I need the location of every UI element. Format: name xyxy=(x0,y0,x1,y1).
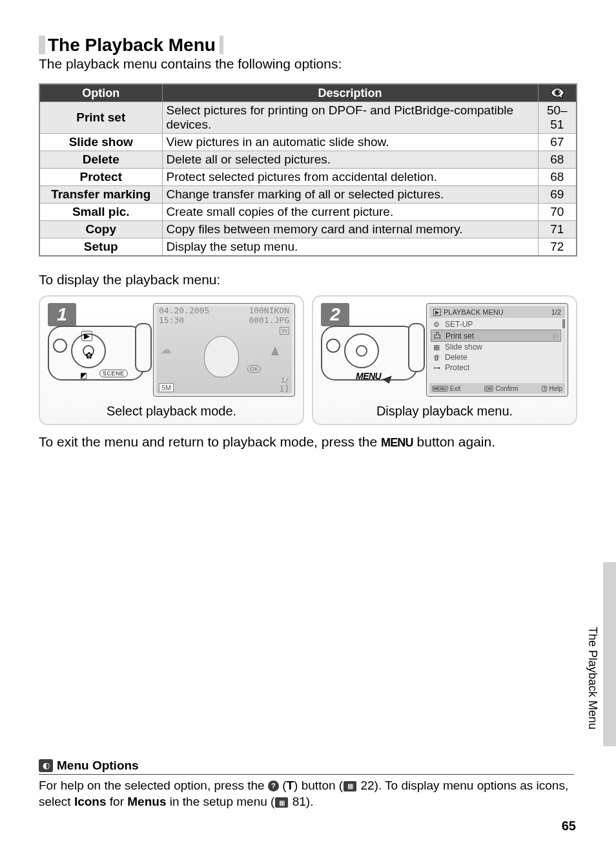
side-tab xyxy=(603,562,616,746)
option-cell: Setup xyxy=(39,238,162,257)
description-cell: Select pictures for printing on DPOF- an… xyxy=(162,102,538,134)
lcd-screen-1: ☁ 04.20.2005 15:30 100NIKON 0001.JPG IN … xyxy=(153,303,295,397)
step-2-caption: Display playback menu. xyxy=(321,404,568,419)
help-button-icon: ? xyxy=(268,781,279,791)
col-page-icon: 👁‍🗨 xyxy=(538,84,577,102)
menu-item-label: Delete xyxy=(445,353,467,362)
option-cell: Print set xyxy=(39,102,162,134)
table-row: Slide showView pictures in an automatic … xyxy=(39,134,577,151)
table-row: DeleteDelete all or selected pictures.68 xyxy=(39,151,577,169)
table-row: Print setSelect pictures for printing on… xyxy=(39,102,577,134)
scene-badge: SCENE xyxy=(99,370,128,377)
help-label: Help xyxy=(549,385,562,392)
menu-item-label: Protect xyxy=(445,363,469,372)
description-cell: View pictures in an automatic slide show… xyxy=(162,134,538,151)
page-number: 65 xyxy=(562,819,576,833)
menu-item: 🗑Delete xyxy=(431,352,561,362)
page-cell: 68 xyxy=(538,169,577,186)
menu-button-label: MENU xyxy=(356,371,381,381)
menu-item-icon: 🗑 xyxy=(432,353,441,361)
menu-item-label: Print set xyxy=(446,331,474,341)
description-cell: Change transfer marking of all or select… xyxy=(162,186,538,204)
playback-menu-table: Option Description 👁‍🗨 Print setSelect p… xyxy=(39,83,577,257)
table-row: SetupDisplay the setup menu.72 xyxy=(39,238,577,257)
camera-illustration-1: ▶ ✿ ◩ SCENE xyxy=(48,319,148,393)
menu-item-icon: ⊶ xyxy=(432,364,441,372)
col-description: Description xyxy=(162,84,538,102)
menu-item-icon: 凸 xyxy=(433,331,442,341)
page-cell: 71 xyxy=(538,221,577,238)
menu-screen-title: PLAYBACK MENU xyxy=(444,308,504,316)
note-body: For help on the selected option, press t… xyxy=(39,777,574,810)
menu-item: ▦Slide show xyxy=(431,342,561,352)
option-cell: Copy xyxy=(39,221,162,238)
size-badge: 5M xyxy=(159,383,174,392)
confirm-tag: OK xyxy=(484,386,494,392)
option-cell: Transfer marking xyxy=(39,186,162,204)
scrollbar xyxy=(562,319,565,382)
play-icon: ▶ xyxy=(81,331,92,341)
menu-item: 凸Print set▷ xyxy=(431,330,561,342)
option-cell: Slide show xyxy=(39,134,162,151)
step-1-caption: Select playback mode. xyxy=(48,404,295,419)
camera-mode-icon: ◩ xyxy=(80,371,87,380)
exit-label: Exit xyxy=(450,385,461,392)
ok-icon: OK xyxy=(247,365,261,373)
option-cell: Delete xyxy=(39,151,162,169)
photo-filename: 0001.JPG xyxy=(249,315,289,325)
intro-text: The playback menu contains the following… xyxy=(39,56,577,72)
exit-tag: MENU xyxy=(432,386,448,392)
table-row: ProtectProtect selected pictures from ac… xyxy=(39,169,577,186)
lcd-screen-2: ▶PLAYBACK MENU 1/2 ⚙SET-UP凸Print set▷▦Sl… xyxy=(426,303,568,397)
page-title: The Playback Menu xyxy=(39,36,223,54)
photo-time: 15:30 xyxy=(159,315,184,325)
table-row: Transfer markingChange transfer marking … xyxy=(39,186,577,204)
note-icon: ◐ xyxy=(39,759,53,772)
option-cell: Small pic. xyxy=(39,204,162,221)
menu-screen-page: 1/2 xyxy=(551,308,561,316)
page-cell: 70 xyxy=(538,204,577,221)
camera-illustration-2: MENU xyxy=(321,319,421,393)
photo-date: 04.20.2005 xyxy=(159,306,209,315)
table-row: Small pic.Create small copies of the cur… xyxy=(39,204,577,221)
menu-word-inline: MENU xyxy=(381,436,413,450)
step-2-card: 2 MENU ▶PLAYBACK MENU 1/2 ⚙SET-UP凸Print … xyxy=(312,295,577,425)
counter-den: 1] xyxy=(279,384,289,393)
page-ref-icon: ▦ xyxy=(275,797,288,808)
page-cell: 72 xyxy=(538,238,577,257)
chevron-right-icon: ▷ xyxy=(553,331,559,340)
option-cell: Protect xyxy=(39,169,162,186)
macro-icon: ✿ xyxy=(85,350,93,361)
page-cell: 69 xyxy=(538,186,577,204)
description-cell: Copy files between memory card and inter… xyxy=(162,221,538,238)
menu-item-icon: ▦ xyxy=(432,343,441,351)
menu-item-label: Slide show xyxy=(445,342,482,351)
photo-folder: 100NIKON xyxy=(249,306,289,315)
description-cell: Protect selected pictures from accidenta… xyxy=(162,169,538,186)
menu-item-label: SET-UP xyxy=(445,320,473,329)
description-cell: Delete all or selected pictures. xyxy=(162,151,538,169)
page-cell: 68 xyxy=(538,151,577,169)
note-box: ◐ Menu Options For help on the selected … xyxy=(39,759,574,810)
page-cell: 67 xyxy=(538,134,577,151)
exit-instruction: To exit the menu and return to playback … xyxy=(39,434,577,450)
in-badge: IN xyxy=(280,327,289,335)
table-row: CopyCopy files between memory card and i… xyxy=(39,221,577,238)
page-ref-icon: ▦ xyxy=(344,781,356,791)
display-instruction: To display the playback menu: xyxy=(39,272,577,288)
col-option: Option xyxy=(39,84,162,102)
menu-item: ⊶Protect xyxy=(431,362,561,373)
step-1-card: 1 ▶ ✿ ◩ SCENE ☁ 04.20.2005 15:30 100NIKO… xyxy=(39,295,304,425)
side-label: The Playback Menu xyxy=(586,627,599,729)
description-cell: Display the setup menu. xyxy=(162,238,538,257)
help-tag: ? xyxy=(542,386,547,392)
playback-icon: ▶ xyxy=(433,309,441,316)
page-cell: 50–51 xyxy=(538,102,577,134)
menu-item-icon: ⚙ xyxy=(432,320,441,329)
confirm-label: Confirm xyxy=(495,385,518,392)
menu-item: ⚙SET-UP xyxy=(431,319,561,330)
description-cell: Create small copies of the current pictu… xyxy=(162,204,538,221)
note-title: Menu Options xyxy=(57,759,139,773)
